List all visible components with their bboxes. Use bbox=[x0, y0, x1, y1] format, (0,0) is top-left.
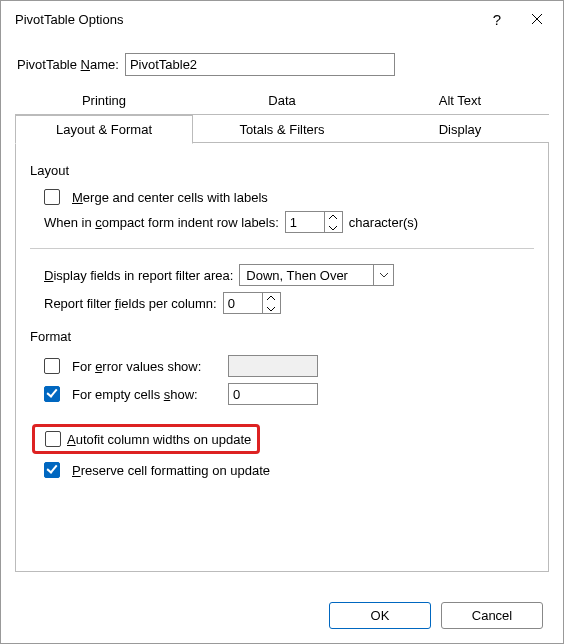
pivot-name-input[interactable] bbox=[125, 53, 395, 76]
spin-btns bbox=[324, 212, 342, 232]
dialog-title: PivotTable Options bbox=[15, 12, 477, 27]
fields-per-col-down[interactable] bbox=[263, 303, 280, 313]
chevron-down-icon bbox=[267, 306, 275, 311]
dialog-footer: OK Cancel bbox=[1, 592, 563, 643]
tab-display[interactable]: Display bbox=[371, 115, 549, 143]
tab-alt-text[interactable]: Alt Text bbox=[371, 86, 549, 114]
empty-row: For empty cells show: bbox=[30, 380, 534, 408]
preserve-checkbox[interactable] bbox=[44, 462, 60, 478]
error-value-input bbox=[228, 355, 318, 377]
indent-row: When in compact form indent row labels: … bbox=[30, 208, 534, 236]
chevron-down-icon bbox=[329, 225, 337, 230]
name-row: PivotTable Name: bbox=[1, 37, 563, 86]
error-row: For error values show: bbox=[30, 352, 534, 380]
cancel-button[interactable]: Cancel bbox=[441, 602, 543, 629]
tabs: Printing Data Alt Text Layout & Format T… bbox=[1, 86, 563, 573]
error-label: For error values show: bbox=[72, 359, 222, 374]
filter-area-label: Display fields in report filter area: bbox=[44, 268, 233, 283]
chevron-up-icon bbox=[267, 296, 275, 301]
empty-checkbox[interactable] bbox=[44, 386, 60, 402]
divider bbox=[30, 248, 534, 249]
help-button[interactable]: ? bbox=[477, 3, 517, 35]
autofit-label: Autofit column widths on update bbox=[67, 432, 251, 447]
fields-per-col-input[interactable] bbox=[224, 293, 262, 313]
help-icon: ? bbox=[493, 11, 501, 28]
filter-area-selected: Down, Then Over bbox=[240, 268, 373, 283]
close-icon bbox=[531, 13, 543, 25]
merge-checkbox[interactable] bbox=[44, 189, 60, 205]
spin-btns bbox=[262, 293, 280, 313]
indent-label-post: character(s) bbox=[349, 215, 418, 230]
indent-down[interactable] bbox=[325, 222, 342, 232]
indent-label-pre: When in compact form indent row labels: bbox=[44, 215, 279, 230]
name-label: PivotTable Name: bbox=[17, 57, 119, 72]
filter-area-dropdown[interactable]: Down, Then Over bbox=[239, 264, 394, 286]
indent-up[interactable] bbox=[325, 212, 342, 222]
dialog-window: PivotTable Options ? PivotTable Name: Pr… bbox=[0, 0, 564, 644]
chevron-down-icon bbox=[379, 272, 389, 278]
preserve-row: Preserve cell formatting on update bbox=[30, 458, 534, 481]
indent-input[interactable] bbox=[286, 212, 324, 232]
tab-layout-format[interactable]: Layout & Format bbox=[15, 115, 193, 144]
chevron-up-icon bbox=[329, 215, 337, 220]
filter-area-row: Display fields in report filter area: Do… bbox=[30, 261, 534, 289]
fields-per-col-row: Report filter fields per column: bbox=[30, 289, 534, 317]
section-layout-label: Layout bbox=[30, 163, 534, 178]
section-format-label: Format bbox=[30, 329, 534, 344]
merge-label: Merge and center cells with labels bbox=[72, 190, 268, 205]
autofit-highlight: Autofit column widths on update bbox=[32, 424, 260, 454]
tabs-row-upper: Printing Data Alt Text bbox=[15, 86, 549, 115]
tabpage-layout-format: Layout Merge and center cells with label… bbox=[15, 142, 549, 572]
fields-per-col-label: Report filter fields per column: bbox=[44, 296, 217, 311]
fields-per-col-up[interactable] bbox=[263, 293, 280, 303]
tab-printing[interactable]: Printing bbox=[15, 86, 193, 114]
tab-totals-filters[interactable]: Totals & Filters bbox=[193, 115, 371, 143]
empty-label: For empty cells show: bbox=[72, 387, 222, 402]
close-button[interactable] bbox=[517, 3, 557, 35]
indent-spinner[interactable] bbox=[285, 211, 343, 233]
merge-row: Merge and center cells with labels bbox=[30, 186, 534, 208]
ok-button[interactable]: OK bbox=[329, 602, 431, 629]
error-checkbox[interactable] bbox=[44, 358, 60, 374]
tab-data[interactable]: Data bbox=[193, 86, 371, 114]
fields-per-col-spinner[interactable] bbox=[223, 292, 281, 314]
titlebar: PivotTable Options ? bbox=[1, 1, 563, 37]
filter-area-dd-btn[interactable] bbox=[373, 265, 393, 285]
tabs-row-lower: Layout & Format Totals & Filters Display bbox=[15, 115, 549, 143]
preserve-label: Preserve cell formatting on update bbox=[72, 463, 270, 478]
autofit-checkbox[interactable] bbox=[45, 431, 61, 447]
empty-value-input[interactable] bbox=[228, 383, 318, 405]
